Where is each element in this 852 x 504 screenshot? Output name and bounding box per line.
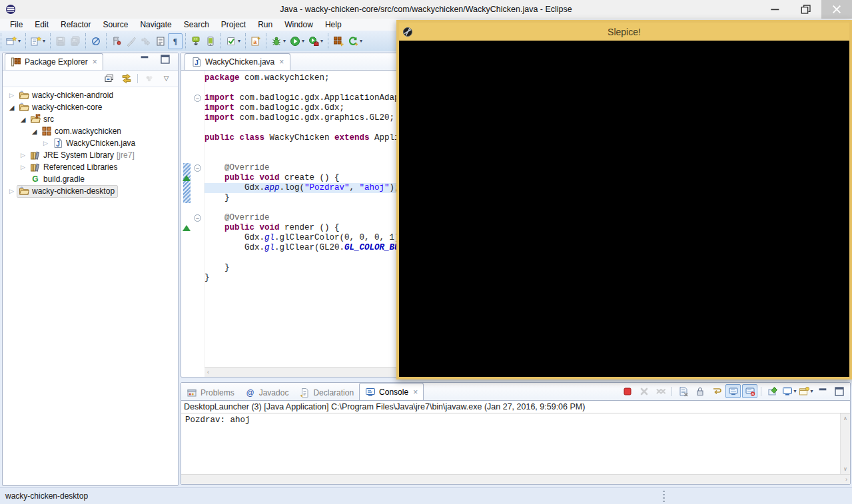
- close-icon[interactable]: ×: [93, 57, 97, 67]
- tab-javadoc[interactable]: @Javadoc: [240, 385, 294, 400]
- game-window[interactable]: Slepice!: [396, 20, 852, 379]
- dropdown-arrow-icon[interactable]: ▾: [794, 388, 797, 394]
- dropdown-arrow-icon[interactable]: ▾: [18, 38, 21, 44]
- fold-collapse-icon[interactable]: −: [194, 95, 201, 102]
- terminate-button[interactable]: [620, 384, 635, 398]
- new-java-project-button[interactable]: ▾: [29, 33, 47, 49]
- breakpoint-flag-button[interactable]: [109, 33, 124, 49]
- show-stdout-button[interactable]: [725, 384, 741, 398]
- run-button[interactable]: ▾: [288, 33, 306, 49]
- scroll-right-icon[interactable]: ›: [845, 476, 847, 483]
- format-brush-icon: [126, 36, 137, 47]
- tree-item-wacky-chicken-android[interactable]: ▷wacky-chicken-android: [3, 89, 178, 101]
- view-maximize-button[interactable]: [157, 52, 173, 66]
- window-close-button[interactable]: [821, 0, 852, 19]
- skip-all-breakpoints-button[interactable]: [89, 33, 103, 49]
- display-console-button[interactable]: ▾: [781, 384, 797, 398]
- tab-package-explorer[interactable]: Package Explorer ×: [5, 53, 103, 70]
- window-minimize-button[interactable]: [760, 0, 791, 19]
- scroll-up-icon[interactable]: ∧: [843, 415, 847, 421]
- editor-fold-column[interactable]: −−−: [192, 71, 205, 367]
- tab-wackychicken-java[interactable]: J WackyChicken.java ×: [185, 53, 290, 70]
- close-icon[interactable]: ×: [279, 57, 284, 67]
- dropdown-arrow-icon[interactable]: ▾: [238, 38, 240, 44]
- menu-window[interactable]: Window: [278, 19, 319, 31]
- game-titlebar[interactable]: Slepice!: [399, 23, 849, 41]
- expander-icon[interactable]: ◢: [7, 104, 17, 111]
- expander-icon[interactable]: ▷: [7, 188, 17, 194]
- tree-item-build-gradle[interactable]: Gbuild.gradle: [3, 173, 178, 185]
- expander-icon[interactable]: ▷: [7, 92, 17, 99]
- tab-console[interactable]: Console×: [359, 383, 424, 400]
- android-sdk-manager-button[interactable]: [189, 33, 203, 49]
- menu-help[interactable]: Help: [319, 19, 348, 31]
- dropdown-arrow-icon[interactable]: ▾: [283, 38, 286, 44]
- collapse-all-button[interactable]: [101, 72, 117, 86]
- expander-icon[interactable]: ◢: [18, 116, 28, 123]
- dropdown-arrow-icon[interactable]: ▾: [43, 38, 45, 44]
- tree-item-wacky-chicken-desktop[interactable]: ▷wacky-chicken-desktop: [3, 185, 178, 197]
- show-stderr-button[interactable]: [742, 384, 757, 398]
- clear-console-button[interactable]: [675, 384, 691, 398]
- external-tools-button[interactable]: ▾: [306, 33, 325, 49]
- new-android-xml-button[interactable]: a: [248, 33, 263, 49]
- avd-manager-button[interactable]: [203, 33, 218, 49]
- scroll-down-icon[interactable]: ∨: [843, 466, 847, 472]
- tree-item-jre-system-library[interactable]: ▷JRE System Library [jre7]: [3, 149, 178, 161]
- console-hscrollbar[interactable]: ›: [181, 474, 850, 484]
- word-wrap-button[interactable]: [709, 384, 724, 398]
- game-client-area[interactable]: [399, 41, 849, 377]
- scroll-lock-button[interactable]: [692, 384, 707, 398]
- expander-icon[interactable]: ▷: [41, 140, 51, 146]
- console-maximize-button[interactable]: [831, 384, 847, 398]
- show-whitespace-button[interactable]: ¶: [168, 33, 183, 49]
- dropdown-chevron-icon: ▽: [161, 73, 172, 84]
- tree-item-wacky-chicken-core[interactable]: ◢wacky-chicken-core: [3, 101, 178, 113]
- dropdown-arrow-icon[interactable]: ▾: [360, 38, 362, 44]
- debug-button[interactable]: ▾: [269, 33, 288, 49]
- java-ee-button[interactable]: [331, 33, 346, 49]
- expander-icon[interactable]: ▷: [18, 164, 28, 170]
- fold-collapse-icon[interactable]: −: [194, 164, 201, 172]
- tab-problems[interactable]: Problems: [181, 385, 240, 400]
- dropdown-arrow-icon[interactable]: ▾: [302, 38, 304, 44]
- menu-edit[interactable]: Edit: [29, 19, 55, 31]
- editor-ruler[interactable]: [181, 71, 192, 367]
- dropdown-arrow-icon[interactable]: ▾: [320, 38, 323, 44]
- window-restore-button[interactable]: [791, 0, 821, 19]
- open-type-button[interactable]: [153, 33, 168, 49]
- console-toolbar: ▾▾: [620, 384, 847, 400]
- status-splitter-handle[interactable]: [663, 491, 665, 502]
- tree-item-src[interactable]: ◢src: [3, 113, 178, 125]
- console-minimize-button[interactable]: [815, 384, 830, 398]
- run-icon: [290, 36, 300, 47]
- menu-refactor[interactable]: Refactor: [55, 19, 97, 31]
- android-sdk-icon: [191, 36, 201, 47]
- menu-file[interactable]: File: [4, 19, 29, 31]
- menu-source[interactable]: Source: [97, 19, 134, 31]
- open-console-button[interactable]: ▾: [798, 384, 813, 398]
- console-vscrollbar[interactable]: ∧ ∨: [840, 413, 850, 474]
- link-with-editor-button[interactable]: [119, 72, 134, 86]
- close-icon[interactable]: ×: [413, 387, 418, 397]
- scroll-left-icon[interactable]: ‹: [207, 369, 209, 376]
- expander-icon[interactable]: ◢: [29, 128, 39, 135]
- pin-console-button[interactable]: [765, 384, 780, 398]
- tree-item-wackychicken-java[interactable]: ▷JWackyChicken.java: [3, 137, 178, 149]
- menu-run[interactable]: Run: [252, 19, 278, 31]
- tree-item-com-wackychicken[interactable]: ◢com.wackychicken: [3, 125, 178, 137]
- expander-icon[interactable]: ▷: [18, 152, 28, 158]
- dropdown-arrow-icon[interactable]: ▾: [811, 388, 813, 394]
- view-dropdown-button[interactable]: ▽: [159, 72, 174, 86]
- tree-item-referenced-libraries[interactable]: ▷Referenced Libraries: [3, 161, 178, 173]
- view-minimize-button[interactable]: [137, 52, 152, 66]
- gwt-compile-button[interactable]: ▾: [346, 33, 364, 49]
- menu-project[interactable]: Project: [215, 19, 252, 31]
- tab-declaration[interactable]: Declaration: [294, 385, 359, 400]
- fold-collapse-icon[interactable]: −: [194, 214, 201, 222]
- menu-search[interactable]: Search: [178, 19, 215, 31]
- console-output[interactable]: Pozdrav: ahoj: [181, 413, 839, 474]
- menu-navigate[interactable]: Navigate: [134, 19, 177, 31]
- run-last-tool-button[interactable]: ▾: [224, 33, 242, 49]
- new-wizard-button[interactable]: ▾: [4, 33, 23, 49]
